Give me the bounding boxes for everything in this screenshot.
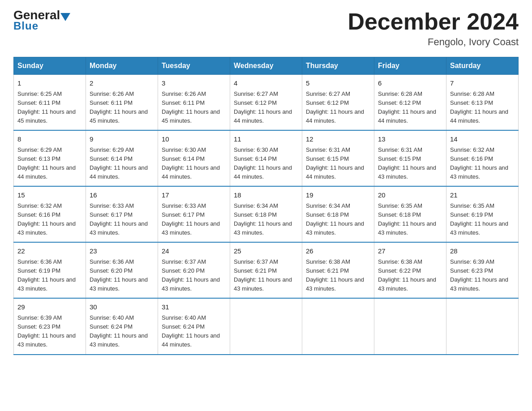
day-cell <box>446 298 519 354</box>
day-cell: 9Sunrise: 6:29 AMSunset: 6:14 PMDaylight… <box>86 130 158 186</box>
day-number: 20 <box>378 190 442 201</box>
day-cell: 11Sunrise: 6:30 AMSunset: 6:14 PMDayligh… <box>230 130 302 186</box>
day-cell: 31Sunrise: 6:40 AMSunset: 6:24 PMDayligh… <box>158 298 230 354</box>
day-cell: 24Sunrise: 6:37 AMSunset: 6:20 PMDayligh… <box>158 242 230 298</box>
day-cell: 14Sunrise: 6:32 AMSunset: 6:16 PMDayligh… <box>446 130 519 186</box>
day-info: Sunrise: 6:30 AMSunset: 6:14 PMDaylight:… <box>162 146 220 180</box>
day-number: 15 <box>17 190 82 201</box>
day-info: Sunrise: 6:37 AMSunset: 6:21 PMDaylight:… <box>234 258 292 292</box>
day-info: Sunrise: 6:33 AMSunset: 6:17 PMDaylight:… <box>90 202 148 236</box>
day-number: 25 <box>234 246 298 257</box>
day-cell <box>230 298 302 354</box>
logo: General Blue <box>13 9 70 32</box>
day-number: 7 <box>450 78 515 89</box>
day-info: Sunrise: 6:40 AMSunset: 6:24 PMDaylight:… <box>90 314 148 348</box>
day-info: Sunrise: 6:35 AMSunset: 6:19 PMDaylight:… <box>450 202 508 236</box>
day-number: 22 <box>17 246 82 257</box>
header-row: SundayMondayTuesdayWednesdayThursdayFrid… <box>14 57 519 75</box>
day-number: 6 <box>378 78 442 89</box>
day-number: 3 <box>162 78 226 89</box>
day-number: 14 <box>450 134 515 145</box>
day-cell: 15Sunrise: 6:32 AMSunset: 6:16 PMDayligh… <box>14 186 86 242</box>
day-number: 1 <box>17 78 82 89</box>
day-number: 2 <box>90 78 154 89</box>
day-cell: 21Sunrise: 6:35 AMSunset: 6:19 PMDayligh… <box>446 186 519 242</box>
day-cell: 23Sunrise: 6:36 AMSunset: 6:20 PMDayligh… <box>86 242 158 298</box>
day-info: Sunrise: 6:35 AMSunset: 6:18 PMDaylight:… <box>378 202 436 236</box>
title-block: December 2024 Fengolo, Ivory Coast <box>348 9 519 48</box>
day-info: Sunrise: 6:36 AMSunset: 6:19 PMDaylight:… <box>17 258 76 292</box>
week-row-2: 8Sunrise: 6:29 AMSunset: 6:13 PMDaylight… <box>14 130 519 186</box>
day-info: Sunrise: 6:31 AMSunset: 6:15 PMDaylight:… <box>306 146 364 180</box>
day-info: Sunrise: 6:28 AMSunset: 6:12 PMDaylight:… <box>378 90 436 124</box>
week-row-3: 15Sunrise: 6:32 AMSunset: 6:16 PMDayligh… <box>14 186 519 242</box>
page-title: December 2024 <box>348 9 519 34</box>
day-info: Sunrise: 6:29 AMSunset: 6:13 PMDaylight:… <box>17 146 76 180</box>
day-info: Sunrise: 6:34 AMSunset: 6:18 PMDaylight:… <box>306 202 364 236</box>
day-info: Sunrise: 6:25 AMSunset: 6:11 PMDaylight:… <box>17 90 76 124</box>
day-number: 26 <box>306 246 370 257</box>
col-header-sunday: Sunday <box>14 57 86 75</box>
day-cell: 25Sunrise: 6:37 AMSunset: 6:21 PMDayligh… <box>230 242 302 298</box>
day-number: 21 <box>450 190 515 201</box>
day-info: Sunrise: 6:27 AMSunset: 6:12 PMDaylight:… <box>234 90 292 124</box>
col-header-monday: Monday <box>86 57 158 75</box>
day-number: 30 <box>90 302 154 313</box>
day-number: 8 <box>17 134 82 145</box>
day-cell: 13Sunrise: 6:31 AMSunset: 6:15 PMDayligh… <box>374 130 446 186</box>
day-number: 16 <box>90 190 154 201</box>
calendar-body: 1Sunrise: 6:25 AMSunset: 6:11 PMDaylight… <box>14 75 519 355</box>
day-cell: 2Sunrise: 6:26 AMSunset: 6:11 PMDaylight… <box>86 75 158 131</box>
day-info: Sunrise: 6:32 AMSunset: 6:16 PMDaylight:… <box>450 146 508 180</box>
day-number: 17 <box>162 190 226 201</box>
col-header-thursday: Thursday <box>302 57 374 75</box>
day-number: 5 <box>306 78 370 89</box>
day-number: 23 <box>90 246 154 257</box>
day-cell: 1Sunrise: 6:25 AMSunset: 6:11 PMDaylight… <box>14 75 86 131</box>
day-number: 13 <box>378 134 442 145</box>
day-info: Sunrise: 6:40 AMSunset: 6:24 PMDaylight:… <box>162 314 220 348</box>
day-number: 9 <box>90 134 154 145</box>
day-cell: 28Sunrise: 6:39 AMSunset: 6:23 PMDayligh… <box>446 242 519 298</box>
day-cell: 16Sunrise: 6:33 AMSunset: 6:17 PMDayligh… <box>86 186 158 242</box>
day-cell: 10Sunrise: 6:30 AMSunset: 6:14 PMDayligh… <box>158 130 230 186</box>
day-info: Sunrise: 6:27 AMSunset: 6:12 PMDaylight:… <box>306 90 364 124</box>
day-cell: 26Sunrise: 6:38 AMSunset: 6:21 PMDayligh… <box>302 242 374 298</box>
day-number: 12 <box>306 134 370 145</box>
calendar-table: SundayMondayTuesdayWednesdayThursdayFrid… <box>13 57 519 355</box>
day-cell: 19Sunrise: 6:34 AMSunset: 6:18 PMDayligh… <box>302 186 374 242</box>
col-header-friday: Friday <box>374 57 446 75</box>
day-number: 11 <box>234 134 298 145</box>
day-info: Sunrise: 6:38 AMSunset: 6:21 PMDaylight:… <box>306 258 364 292</box>
day-info: Sunrise: 6:38 AMSunset: 6:22 PMDaylight:… <box>378 258 436 292</box>
svg-marker-0 <box>60 13 70 21</box>
day-cell: 12Sunrise: 6:31 AMSunset: 6:15 PMDayligh… <box>302 130 374 186</box>
day-cell: 27Sunrise: 6:38 AMSunset: 6:22 PMDayligh… <box>374 242 446 298</box>
day-info: Sunrise: 6:28 AMSunset: 6:13 PMDaylight:… <box>450 90 508 124</box>
day-number: 27 <box>378 246 442 257</box>
day-cell: 20Sunrise: 6:35 AMSunset: 6:18 PMDayligh… <box>374 186 446 242</box>
day-cell <box>302 298 374 354</box>
day-number: 28 <box>450 246 515 257</box>
col-header-tuesday: Tuesday <box>158 57 230 75</box>
day-cell: 4Sunrise: 6:27 AMSunset: 6:12 PMDaylight… <box>230 75 302 131</box>
day-info: Sunrise: 6:29 AMSunset: 6:14 PMDaylight:… <box>90 146 148 180</box>
page-subtitle: Fengolo, Ivory Coast <box>348 36 519 48</box>
day-info: Sunrise: 6:33 AMSunset: 6:17 PMDaylight:… <box>162 202 220 236</box>
day-info: Sunrise: 6:39 AMSunset: 6:23 PMDaylight:… <box>450 258 508 292</box>
day-info: Sunrise: 6:34 AMSunset: 6:18 PMDaylight:… <box>234 202 292 236</box>
day-number: 4 <box>234 78 298 89</box>
logo-blue: Blue <box>13 20 39 32</box>
day-number: 24 <box>162 246 226 257</box>
week-row-4: 22Sunrise: 6:36 AMSunset: 6:19 PMDayligh… <box>14 242 519 298</box>
day-info: Sunrise: 6:26 AMSunset: 6:11 PMDaylight:… <box>90 90 148 124</box>
day-cell: 17Sunrise: 6:33 AMSunset: 6:17 PMDayligh… <box>158 186 230 242</box>
col-header-wednesday: Wednesday <box>230 57 302 75</box>
day-number: 19 <box>306 190 370 201</box>
day-info: Sunrise: 6:37 AMSunset: 6:20 PMDaylight:… <box>162 258 220 292</box>
day-cell: 30Sunrise: 6:40 AMSunset: 6:24 PMDayligh… <box>86 298 158 354</box>
day-number: 31 <box>162 302 226 313</box>
week-row-1: 1Sunrise: 6:25 AMSunset: 6:11 PMDaylight… <box>14 75 519 131</box>
day-info: Sunrise: 6:36 AMSunset: 6:20 PMDaylight:… <box>90 258 148 292</box>
day-cell: 3Sunrise: 6:26 AMSunset: 6:11 PMDaylight… <box>158 75 230 131</box>
